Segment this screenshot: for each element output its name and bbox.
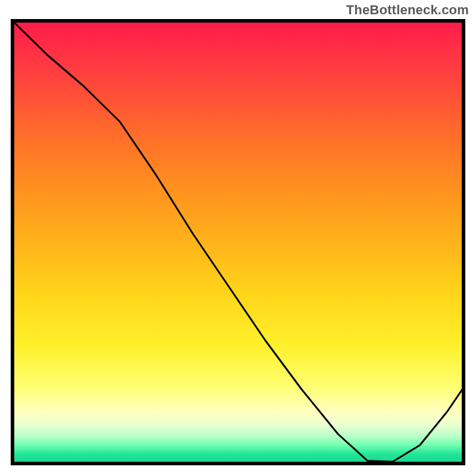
chart-curve <box>11 19 465 462</box>
chart-line-layer <box>11 19 465 465</box>
chart-frame <box>11 19 465 465</box>
watermark-text: TheBottleneck.com <box>346 2 469 18</box>
chart-stage: TheBottleneck.com <box>0 0 476 476</box>
